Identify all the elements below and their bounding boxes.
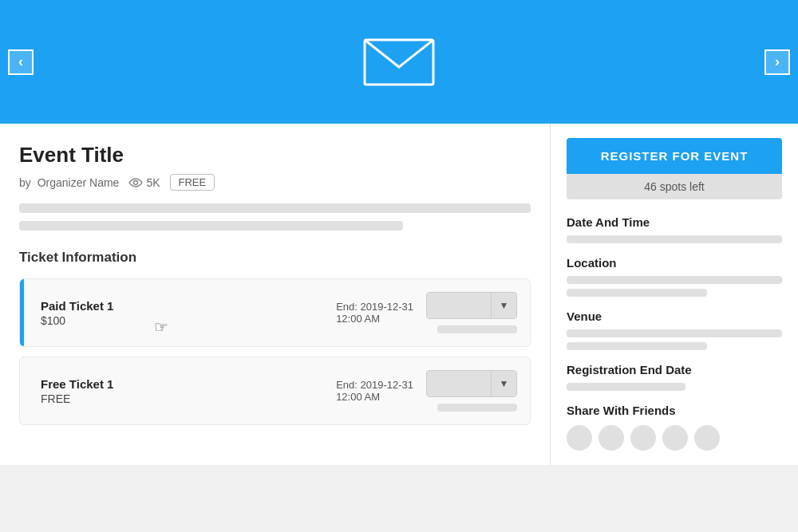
- date-time-section: Date And Time: [567, 215, 782, 243]
- hero-next-button[interactable]: ›: [764, 49, 790, 75]
- ticket-select-value-paid: [427, 293, 491, 318]
- ticket-end-paid: End: 2019-12-31 12:00 AM: [336, 301, 413, 325]
- ticket-section: Ticket Information Paid Ticket 1 $100 En…: [19, 250, 531, 425]
- event-meta: by Organizer Name 5K FREE: [19, 174, 531, 191]
- share-circle-1[interactable]: [567, 425, 592, 451]
- reg-end-date-skeleton: [567, 383, 685, 391]
- ticket-select-value-free: [427, 371, 491, 396]
- spots-left: 46 spots left: [567, 174, 782, 199]
- ticket-select-wrap-free: ▼: [426, 370, 517, 412]
- ticket-name-free: Free Ticket 1: [41, 377, 323, 391]
- date-time-label: Date And Time: [567, 215, 782, 229]
- ticket-name-paid: Paid Ticket 1: [41, 299, 323, 313]
- hero-banner: ‹ ›: [0, 0, 798, 124]
- reg-end-date-section: Registration End Date: [567, 363, 782, 391]
- share-circle-4[interactable]: [662, 425, 688, 451]
- ticket-end-free: End: 2019-12-31 12:00 AM: [336, 379, 413, 403]
- hero-prev-button[interactable]: ‹: [8, 49, 34, 75]
- date-time-skeleton-1: [567, 235, 782, 243]
- share-section: Share With Friends: [567, 404, 782, 451]
- location-skeleton-2: [567, 289, 707, 297]
- ticket-card-inner-paid: Paid Ticket 1 $100 End: 2019-12-31 12:00…: [33, 292, 517, 333]
- cursor-icon: ☞: [154, 317, 168, 337]
- share-circle-5[interactable]: [694, 425, 720, 451]
- ticket-select-arrow-free[interactable]: ▼: [491, 371, 516, 396]
- ticket-card-paid: Paid Ticket 1 $100 End: 2019-12-31 12:00…: [19, 278, 531, 347]
- ticket-accent-paid: [20, 279, 24, 346]
- venue-section: Venue: [567, 309, 782, 350]
- ticket-info-paid: Paid Ticket 1 $100: [33, 299, 323, 327]
- location-skeleton-1: [567, 276, 782, 284]
- share-label: Share With Friends: [567, 404, 782, 417]
- views-count: 5K: [128, 176, 160, 189]
- hero-email-icon: [363, 34, 435, 90]
- content-area: Event Title by Organizer Name 5K FREE Ti…: [0, 124, 798, 465]
- share-circle-2[interactable]: [598, 425, 624, 451]
- ticket-sub-skeleton-free: [437, 404, 517, 412]
- event-title: Event Title: [19, 143, 531, 167]
- location-label: Location: [567, 256, 782, 270]
- left-panel: Event Title by Organizer Name 5K FREE Ti…: [0, 124, 551, 465]
- ticket-price-paid: $100: [41, 314, 323, 327]
- ticket-select-wrap-paid: ▼: [426, 292, 517, 333]
- venue-skeleton-1: [567, 329, 782, 337]
- right-panel: REGISTER FOR EVENT 46 spots left Date An…: [551, 124, 798, 465]
- ticket-qty-select-free[interactable]: ▼: [426, 370, 517, 397]
- location-section: Location: [567, 256, 782, 297]
- ticket-info-free: Free Ticket 1 FREE: [33, 377, 323, 405]
- eye-icon: [128, 178, 143, 187]
- desc-skeleton-2: [19, 221, 403, 231]
- venue-label: Venue: [567, 309, 782, 323]
- svg-point-1: [134, 180, 138, 184]
- venue-skeleton-2: [567, 342, 707, 350]
- ticket-qty-select-paid[interactable]: ▼: [426, 292, 517, 319]
- register-button[interactable]: REGISTER FOR EVENT: [567, 138, 782, 174]
- ticket-card-free: Free Ticket 1 FREE End: 2019-12-31 12:00…: [19, 357, 531, 425]
- ticket-section-title: Ticket Information: [19, 250, 531, 266]
- share-circle-3[interactable]: [630, 425, 656, 451]
- ticket-price-free: FREE: [41, 392, 323, 405]
- share-icons: [567, 425, 782, 451]
- ticket-sub-skeleton-paid: [437, 325, 517, 333]
- organizer-name: Organizer Name: [38, 176, 120, 189]
- reg-end-date-label: Registration End Date: [567, 363, 782, 376]
- organizer-label: by Organizer Name: [19, 176, 119, 189]
- desc-skeleton-1: [19, 203, 531, 213]
- ticket-card-inner-free: Free Ticket 1 FREE End: 2019-12-31 12:00…: [33, 370, 517, 412]
- free-badge: FREE: [170, 174, 215, 191]
- ticket-select-arrow-paid[interactable]: ▼: [491, 293, 516, 318]
